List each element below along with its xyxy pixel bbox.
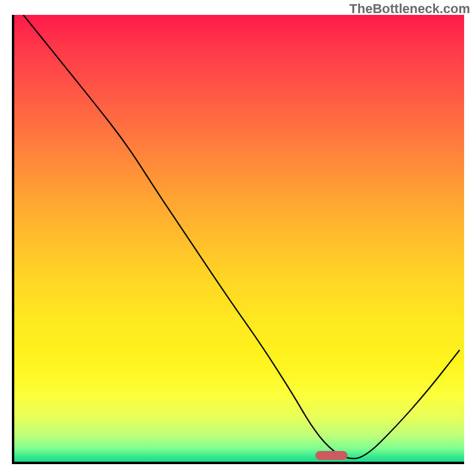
chart-plot-area: [12, 15, 464, 464]
watermark-text: TheBottleneck.com: [349, 1, 470, 17]
optimal-marker: [315, 451, 347, 460]
gradient-background: [14, 15, 464, 462]
